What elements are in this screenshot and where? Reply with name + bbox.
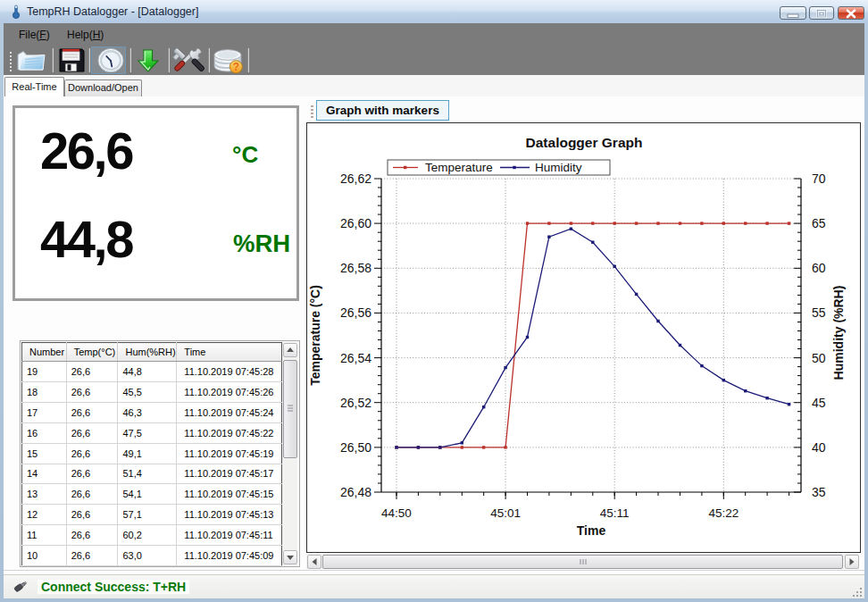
svg-text:60: 60	[812, 261, 826, 275]
svg-text:50: 50	[812, 351, 826, 365]
svg-text:45:22: 45:22	[708, 506, 739, 520]
svg-text:35: 35	[812, 485, 826, 499]
svg-text:40: 40	[812, 440, 826, 455]
svg-text:26,52: 26,52	[340, 396, 371, 410]
svg-text:26,60: 26,60	[340, 216, 371, 230]
svg-text:26,48: 26,48	[340, 485, 371, 499]
svg-text:Temperature (°C): Temperature (°C)	[308, 285, 322, 386]
svg-text:45: 45	[812, 396, 826, 410]
svg-text:65: 65	[812, 216, 826, 230]
svg-text:26,50: 26,50	[340, 440, 371, 455]
svg-text:?: ?	[233, 61, 239, 73]
svg-text:Temperature: Temperature	[425, 161, 493, 174]
svg-text:70: 70	[812, 171, 826, 186]
svg-text:Time: Time	[577, 523, 606, 538]
svg-text:Humidity: Humidity	[535, 161, 582, 174]
svg-text:26,56: 26,56	[340, 305, 371, 320]
svg-text:26,54: 26,54	[340, 351, 371, 365]
svg-text:26,58: 26,58	[340, 261, 371, 275]
svg-text:Humidity (%RH): Humidity (%RH)	[831, 286, 846, 380]
svg-text:Datalogger Graph: Datalogger Graph	[526, 135, 643, 150]
svg-text:55: 55	[812, 305, 826, 320]
svg-text:45:11: 45:11	[600, 506, 630, 520]
svg-text:44:50: 44:50	[381, 506, 412, 520]
svg-text:26,62: 26,62	[340, 171, 371, 186]
svg-text:45:01: 45:01	[490, 506, 521, 520]
